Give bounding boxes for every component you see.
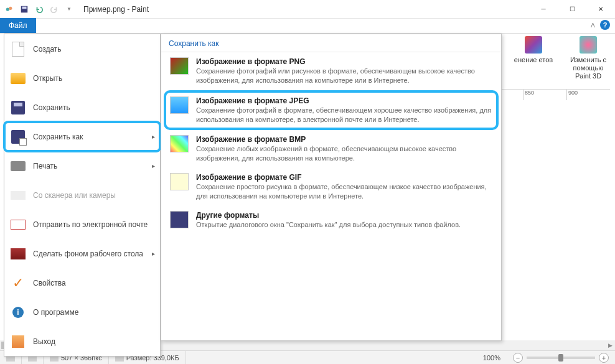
edit-colors-button[interactable]: енение етов xyxy=(512,36,555,81)
save-as-submenu: Сохранить как Изображение в формате PNGС… xyxy=(161,34,502,341)
bmp-format-icon xyxy=(170,135,189,152)
status-zoom-percent: 100% xyxy=(477,351,507,364)
gif-format-icon xyxy=(170,173,189,190)
minimize-button[interactable]: ─ xyxy=(529,0,558,19)
zoom-slider[interactable] xyxy=(527,357,595,359)
file-tab[interactable]: Файл xyxy=(0,18,36,33)
svg-point-1 xyxy=(9,6,12,9)
palette-icon xyxy=(525,36,542,54)
window-title: Пример.png - Paint xyxy=(78,5,529,14)
chevron-right-icon: ▸ xyxy=(152,250,155,257)
file-menu: Создать Открыть Сохранить Сохранить как▸… xyxy=(4,34,161,357)
zoom-in-button[interactable]: + xyxy=(599,353,609,363)
tab-bar: Файл ᐱ ? xyxy=(0,19,615,34)
chevron-right-icon: ▸ xyxy=(152,162,155,169)
redo-icon[interactable] xyxy=(47,2,61,16)
menu-scanner: Со сканера или камеры xyxy=(4,180,160,210)
menu-exit[interactable]: Выход xyxy=(4,327,160,356)
jpeg-format-icon xyxy=(170,96,189,114)
menu-save[interactable]: Сохранить xyxy=(4,93,160,122)
quick-access-toolbar: ▼ xyxy=(0,2,78,16)
saveas-gif[interactable]: Изображение в формате GIFСохранение прос… xyxy=(161,168,501,206)
menu-email[interactable]: Отправить по электронной почте xyxy=(4,210,160,239)
submenu-header: Сохранить как xyxy=(161,34,501,52)
saveas-jpeg[interactable]: Изображение в формате JPEGСохранение фот… xyxy=(165,91,497,129)
menu-open[interactable]: Открыть xyxy=(4,63,160,93)
chevron-right-icon: ▸ xyxy=(152,133,155,140)
app-icon[interactable] xyxy=(2,2,16,16)
titlebar: ▼ Пример.png - Paint ─ ☐ ✕ xyxy=(0,0,615,19)
paint3d-button[interactable]: Изменить с помощью Paint 3D xyxy=(566,36,610,81)
menu-properties[interactable]: ✓Свойства xyxy=(4,268,160,297)
menu-print[interactable]: Печать▸ xyxy=(4,151,160,180)
menu-save-as[interactable]: Сохранить как▸ xyxy=(4,122,160,151)
png-format-icon xyxy=(170,57,189,75)
zoom-thumb[interactable] xyxy=(558,354,563,362)
help-icon[interactable]: ? xyxy=(600,20,610,30)
info-icon: i xyxy=(12,307,24,318)
zoom-control[interactable]: − + xyxy=(507,353,615,363)
undo-icon[interactable] xyxy=(32,2,46,16)
scrollbar-right-arrow[interactable]: ▶ xyxy=(605,340,615,350)
maximize-button[interactable]: ☐ xyxy=(558,0,586,19)
qat-dropdown-icon[interactable]: ▼ xyxy=(62,2,76,16)
saveas-bmp[interactable]: Изображение в формате BMPСохранение любы… xyxy=(161,130,501,168)
ribbon-right-group: енение етов Изменить с помощью Paint 3D xyxy=(512,36,610,81)
save-icon[interactable] xyxy=(17,2,31,16)
close-button[interactable]: ✕ xyxy=(586,0,615,19)
menu-about[interactable]: iО программе xyxy=(4,297,160,327)
other-format-icon xyxy=(170,211,189,228)
check-icon: ✓ xyxy=(9,274,27,292)
zoom-out-button[interactable]: − xyxy=(513,353,523,363)
collapse-ribbon-icon[interactable]: ᐱ xyxy=(591,22,595,29)
paint3d-icon xyxy=(580,36,597,54)
menu-desktop-bg[interactable]: Сделать фоном рабочего стола▸ xyxy=(4,239,160,268)
saveas-png[interactable]: Изображение в формате PNGСохранение фото… xyxy=(161,52,501,90)
svg-rect-3 xyxy=(22,6,27,9)
saveas-other[interactable]: Другие форматыОткрытие диалогового окна … xyxy=(161,206,501,235)
menu-new[interactable]: Создать xyxy=(4,34,160,63)
